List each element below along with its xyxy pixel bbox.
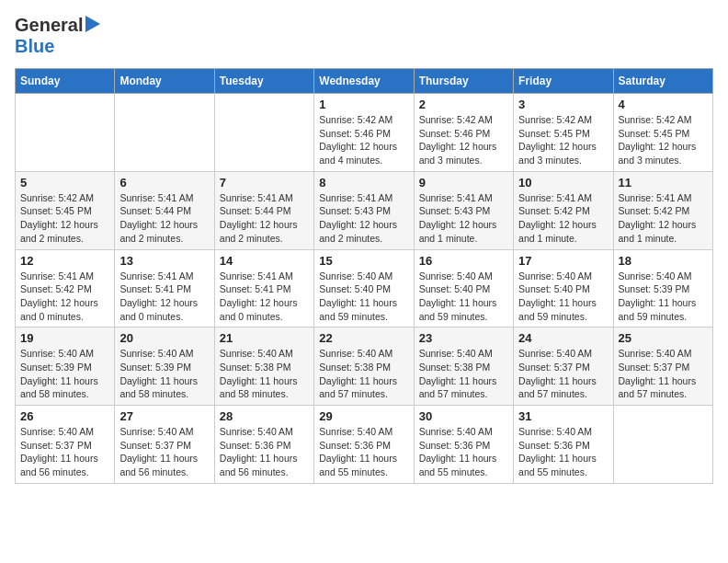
day-info: Sunrise: 5:41 AM Sunset: 5:42 PM Dayligh… — [518, 191, 608, 246]
day-number: 25 — [619, 331, 708, 345]
calendar-cell: 22Sunrise: 5:40 AM Sunset: 5:38 PM Dayli… — [314, 327, 414, 406]
calendar-cell: 11Sunrise: 5:41 AM Sunset: 5:42 PM Dayli… — [613, 171, 712, 249]
day-info: Sunrise: 5:41 AM Sunset: 5:43 PM Dayligh… — [319, 191, 408, 246]
calendar-cell — [613, 406, 712, 484]
calendar-cell: 26Sunrise: 5:40 AM Sunset: 5:37 PM Dayli… — [16, 406, 115, 484]
calendar-cell — [115, 94, 214, 172]
weekday-header-sunday: Sunday — [16, 69, 115, 94]
day-number: 31 — [518, 409, 608, 423]
day-number: 26 — [20, 409, 109, 423]
day-number: 14 — [220, 254, 309, 268]
calendar-cell: 28Sunrise: 5:40 AM Sunset: 5:36 PM Dayli… — [214, 406, 313, 484]
day-number: 23 — [419, 331, 508, 345]
calendar-cell: 13Sunrise: 5:41 AM Sunset: 5:41 PM Dayli… — [115, 249, 214, 327]
day-number: 9 — [419, 176, 508, 190]
day-number: 6 — [119, 176, 209, 190]
day-info: Sunrise: 5:40 AM Sunset: 5:38 PM Dayligh… — [220, 347, 309, 401]
weekday-header-friday: Friday — [514, 69, 613, 94]
day-number: 17 — [518, 254, 608, 268]
day-number: 8 — [319, 176, 408, 190]
calendar-cell — [16, 94, 115, 172]
day-info: Sunrise: 5:42 AM Sunset: 5:46 PM Dayligh… — [419, 113, 508, 167]
day-number: 22 — [319, 331, 408, 345]
day-info: Sunrise: 5:41 AM Sunset: 5:44 PM Dayligh… — [220, 191, 309, 246]
logo: General Blue — [15, 15, 100, 57]
calendar-cell: 9Sunrise: 5:41 AM Sunset: 5:43 PM Daylig… — [414, 171, 513, 249]
calendar-cell: 24Sunrise: 5:40 AM Sunset: 5:37 PM Dayli… — [514, 327, 613, 406]
weekday-header-thursday: Thursday — [414, 69, 513, 94]
weekday-header-tuesday: Tuesday — [214, 69, 313, 94]
page-header: General Blue — [15, 15, 713, 57]
calendar-cell: 5Sunrise: 5:42 AM Sunset: 5:45 PM Daylig… — [16, 171, 115, 249]
day-info: Sunrise: 5:40 AM Sunset: 5:39 PM Dayligh… — [119, 347, 209, 401]
day-number: 28 — [220, 409, 309, 423]
day-info: Sunrise: 5:42 AM Sunset: 5:46 PM Dayligh… — [319, 113, 408, 167]
calendar-cell: 14Sunrise: 5:41 AM Sunset: 5:41 PM Dayli… — [214, 249, 313, 327]
day-number: 29 — [319, 409, 408, 423]
calendar-cell: 21Sunrise: 5:40 AM Sunset: 5:38 PM Dayli… — [214, 327, 313, 406]
day-number: 13 — [119, 254, 209, 268]
day-info: Sunrise: 5:40 AM Sunset: 5:36 PM Dayligh… — [220, 425, 309, 479]
day-info: Sunrise: 5:41 AM Sunset: 5:42 PM Dayligh… — [619, 191, 708, 246]
calendar-cell: 25Sunrise: 5:40 AM Sunset: 5:37 PM Dayli… — [613, 327, 712, 406]
logo-blue-text: Blue — [15, 36, 54, 56]
day-info: Sunrise: 5:40 AM Sunset: 5:39 PM Dayligh… — [619, 270, 708, 324]
day-number: 27 — [119, 409, 209, 423]
day-number: 11 — [619, 176, 708, 190]
day-info: Sunrise: 5:41 AM Sunset: 5:41 PM Dayligh… — [119, 270, 209, 324]
day-number: 2 — [419, 98, 508, 111]
day-number: 19 — [20, 331, 109, 345]
calendar-cell: 20Sunrise: 5:40 AM Sunset: 5:39 PM Dayli… — [115, 327, 214, 406]
calendar-cell: 18Sunrise: 5:40 AM Sunset: 5:39 PM Dayli… — [613, 249, 712, 327]
day-info: Sunrise: 5:40 AM Sunset: 5:36 PM Dayligh… — [319, 425, 408, 479]
day-info: Sunrise: 5:42 AM Sunset: 5:45 PM Dayligh… — [518, 113, 608, 167]
weekday-header-wednesday: Wednesday — [314, 69, 414, 94]
day-number: 1 — [319, 98, 408, 111]
day-number: 3 — [518, 98, 608, 111]
logo-arrow-icon — [85, 16, 100, 36]
day-number: 20 — [119, 331, 209, 345]
day-info: Sunrise: 5:40 AM Sunset: 5:36 PM Dayligh… — [419, 425, 508, 479]
calendar-cell: 6Sunrise: 5:41 AM Sunset: 5:44 PM Daylig… — [115, 171, 214, 249]
day-number: 21 — [220, 331, 309, 345]
day-number: 18 — [619, 254, 708, 268]
day-info: Sunrise: 5:40 AM Sunset: 5:40 PM Dayligh… — [319, 270, 408, 324]
day-info: Sunrise: 5:41 AM Sunset: 5:44 PM Dayligh… — [119, 191, 209, 246]
day-info: Sunrise: 5:41 AM Sunset: 5:42 PM Dayligh… — [20, 270, 109, 324]
calendar-cell: 29Sunrise: 5:40 AM Sunset: 5:36 PM Dayli… — [314, 406, 414, 484]
day-info: Sunrise: 5:41 AM Sunset: 5:41 PM Dayligh… — [220, 270, 309, 324]
calendar-cell: 19Sunrise: 5:40 AM Sunset: 5:39 PM Dayli… — [16, 327, 115, 406]
calendar-cell: 3Sunrise: 5:42 AM Sunset: 5:45 PM Daylig… — [514, 94, 613, 172]
day-info: Sunrise: 5:40 AM Sunset: 5:37 PM Dayligh… — [619, 347, 708, 401]
day-number: 24 — [518, 331, 608, 345]
calendar-cell: 7Sunrise: 5:41 AM Sunset: 5:44 PM Daylig… — [214, 171, 313, 249]
calendar-cell: 23Sunrise: 5:40 AM Sunset: 5:38 PM Dayli… — [414, 327, 513, 406]
calendar-cell: 17Sunrise: 5:40 AM Sunset: 5:40 PM Dayli… — [514, 249, 613, 327]
weekday-header-monday: Monday — [115, 69, 214, 94]
svg-marker-0 — [85, 16, 100, 32]
day-info: Sunrise: 5:40 AM Sunset: 5:40 PM Dayligh… — [518, 270, 608, 324]
day-info: Sunrise: 5:40 AM Sunset: 5:37 PM Dayligh… — [518, 347, 608, 401]
weekday-header-saturday: Saturday — [613, 69, 712, 94]
calendar-cell: 2Sunrise: 5:42 AM Sunset: 5:46 PM Daylig… — [414, 94, 513, 172]
day-info: Sunrise: 5:40 AM Sunset: 5:37 PM Dayligh… — [119, 425, 209, 479]
calendar-cell: 10Sunrise: 5:41 AM Sunset: 5:42 PM Dayli… — [514, 171, 613, 249]
day-info: Sunrise: 5:40 AM Sunset: 5:36 PM Dayligh… — [518, 425, 608, 479]
day-info: Sunrise: 5:42 AM Sunset: 5:45 PM Dayligh… — [619, 113, 708, 167]
day-number: 16 — [419, 254, 508, 268]
calendar-cell: 16Sunrise: 5:40 AM Sunset: 5:40 PM Dayli… — [414, 249, 513, 327]
calendar-cell: 31Sunrise: 5:40 AM Sunset: 5:36 PM Dayli… — [514, 406, 613, 484]
logo-general-text: General — [15, 15, 83, 36]
day-number: 10 — [518, 176, 608, 190]
calendar-cell: 4Sunrise: 5:42 AM Sunset: 5:45 PM Daylig… — [613, 94, 712, 172]
day-number: 12 — [20, 254, 109, 268]
day-info: Sunrise: 5:40 AM Sunset: 5:38 PM Dayligh… — [419, 347, 508, 401]
day-info: Sunrise: 5:40 AM Sunset: 5:39 PM Dayligh… — [20, 347, 109, 401]
day-info: Sunrise: 5:42 AM Sunset: 5:45 PM Dayligh… — [20, 191, 109, 246]
day-info: Sunrise: 5:40 AM Sunset: 5:37 PM Dayligh… — [20, 425, 109, 479]
calendar-cell: 27Sunrise: 5:40 AM Sunset: 5:37 PM Dayli… — [115, 406, 214, 484]
day-number: 30 — [419, 409, 508, 423]
calendar-cell — [214, 94, 313, 172]
calendar-cell: 12Sunrise: 5:41 AM Sunset: 5:42 PM Dayli… — [16, 249, 115, 327]
calendar-cell: 8Sunrise: 5:41 AM Sunset: 5:43 PM Daylig… — [314, 171, 414, 249]
